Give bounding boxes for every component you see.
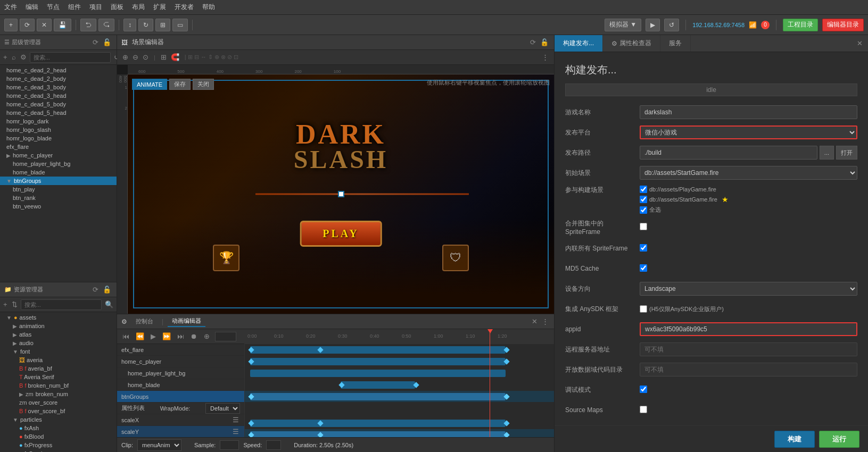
timeline-track-0[interactable] (245, 344, 554, 356)
redo-button[interactable]: ⮎ (98, 19, 114, 31)
anim-play-btn[interactable]: ⏮ (121, 332, 130, 341)
assets-add[interactable]: + (2, 300, 9, 309)
game-preview[interactable]: DARK SLASH 🏆 PLAY 🛡 (128, 74, 554, 314)
tree-item-head5[interactable]: home_c_dead_5_head (0, 108, 117, 117)
assets-over-score-bf[interactable]: B f over_score_bf (0, 407, 117, 415)
scaley-menu[interactable]: ☰ (232, 427, 240, 436)
clip-select[interactable]: menuAnim (137, 439, 181, 451)
new-button[interactable]: + (4, 19, 18, 31)
hierarchy-refresh[interactable]: ⟳ (92, 38, 100, 47)
scene-refresh[interactable]: ⟳ (529, 38, 537, 47)
assets-search-btn[interactable]: 🔍 (104, 300, 114, 309)
selection-handle[interactable] (338, 191, 344, 197)
device-dir-select[interactable]: Landscape (640, 282, 857, 296)
tree-item-btn-play[interactable]: btn_play (0, 185, 117, 194)
anim-end-btn[interactable]: ⏭ (176, 332, 185, 341)
sample-input[interactable]: 60 (220, 440, 239, 450)
assets-sort[interactable]: ⇅ (11, 300, 19, 309)
assets-fxash[interactable]: ● fxAsh (0, 424, 117, 432)
close-scene-btn[interactable]: 关闭 (193, 79, 214, 90)
preview-button[interactable]: 模拟器 ▼ (605, 19, 641, 31)
assets-audio[interactable]: ▶ audio (0, 339, 117, 347)
anim-timeline[interactable]: 0:00 0:10 0:20 0:30 0:40 0:50 1:00 1:10 … (245, 329, 554, 437)
translate-btn[interactable]: ↕ (123, 19, 136, 31)
assets-over-score[interactable]: zm over_score (0, 398, 117, 407)
tree-item-body3[interactable]: home_c_dead_3_body (0, 83, 117, 91)
scene-1-check[interactable] (640, 186, 647, 193)
anim-close[interactable]: ✕ (531, 317, 539, 326)
assets-averia[interactable]: 🖼 averia (0, 356, 117, 364)
assets-refresh[interactable]: ⟳ (92, 285, 100, 294)
scene-snap[interactable]: 🧲 (170, 53, 180, 62)
track-home-blade[interactable]: home_blade (117, 379, 244, 391)
tree-item-logo-dark[interactable]: homr_logo_dark (0, 117, 117, 125)
assets-fxprogress[interactable]: ● fxProgress (0, 441, 117, 449)
start-scene-select[interactable]: db://assets/StartGame.fire (640, 166, 857, 180)
save-scene-btn[interactable]: 保存 (169, 79, 191, 90)
anim-prev-btn[interactable]: ⏪ (135, 332, 145, 341)
track-scalex[interactable]: scaleX ☰ (117, 414, 244, 426)
tree-item-logo-slash[interactable]: homr_logo_slash (0, 125, 117, 134)
tree-item-btn-veewo[interactable]: btn_veewo (0, 202, 117, 211)
assets-broken-num-bf[interactable]: B f broken_num_bf (0, 381, 117, 390)
tree-item-btngroups[interactable]: ▼ btnGroups (0, 177, 117, 185)
timeline-track-5[interactable] (245, 403, 554, 417)
menu-item-extend[interactable]: 扩展 (153, 3, 166, 12)
scene-tool3[interactable]: ⊙ (142, 53, 150, 62)
scene-2-check[interactable] (640, 196, 647, 203)
data-dir-input[interactable] (640, 363, 857, 376)
track-light-bg[interactable]: home_player_light_bg (117, 367, 244, 379)
editor-dir-button[interactable]: 编辑器目录 (822, 19, 864, 31)
track-btngroups[interactable]: btnGroups (117, 391, 244, 403)
hierarchy-add[interactable]: + (2, 53, 9, 62)
tab-build[interactable]: 构建发布... (555, 35, 603, 52)
menu-item-node[interactable]: 节点 (47, 3, 60, 12)
anim-range-input[interactable]: 01-20 (215, 332, 236, 341)
assets-lock[interactable]: 🔓 (102, 285, 112, 294)
menu-item-file[interactable]: 文件 (4, 3, 17, 12)
scene-tool1[interactable]: ⊕ (121, 53, 129, 62)
track-property-list[interactable]: 属性列表 WrapMode: Default (117, 403, 244, 414)
assets-averia-serif[interactable]: T Averia Serif (0, 373, 117, 381)
hierarchy-search[interactable] (30, 52, 111, 63)
scene-2-star[interactable]: ★ (722, 195, 729, 204)
tree-item-body2[interactable]: home_c_dead_2_body (0, 74, 117, 83)
tree-item-head2[interactable]: home_c_dead_2_head (0, 66, 117, 74)
scalex-menu[interactable]: ☰ (232, 415, 240, 424)
rotate-btn[interactable]: ↻ (138, 19, 153, 31)
menu-item-edit[interactable]: 编辑 (26, 3, 38, 12)
tab-inspector[interactable]: ⚙ 属性检查器 (603, 35, 660, 52)
publish-path-input[interactable] (640, 146, 817, 160)
timeline-track-7[interactable] (245, 429, 554, 437)
assets-font[interactable]: ▼ font (0, 347, 117, 356)
scene-lock[interactable]: 🔓 (539, 38, 550, 47)
tab-service[interactable]: 服务 (660, 35, 691, 52)
timeline-track-1[interactable] (245, 356, 554, 367)
track-efx-flare[interactable]: efx_flare (117, 344, 244, 356)
anim-next-btn[interactable]: ⏩ (161, 332, 172, 341)
timeline-track-3[interactable] (245, 379, 554, 391)
assets-animation[interactable]: ▶ animation (0, 322, 117, 330)
project-dir-button[interactable]: 工程目录 (783, 19, 818, 31)
assets-fxsmoke[interactable]: ● fxSmoke (0, 449, 117, 452)
refresh-button[interactable]: ⟳ (20, 19, 35, 31)
platform-select[interactable]: 微信小游戏 (640, 125, 857, 139)
hierarchy-settings[interactable]: ⚙ (19, 53, 28, 62)
assets-broken-num[interactable]: ▶ zm broken_num (0, 390, 117, 398)
source-maps-check[interactable] (640, 406, 647, 413)
tree-item-logo-blade[interactable]: homr_logo_blade (0, 134, 117, 143)
menu-item-layout[interactable]: 布局 (132, 3, 145, 12)
assets-search[interactable] (21, 299, 102, 310)
anim-record-btn[interactable]: ⏺ (189, 332, 199, 341)
animate-btn[interactable]: ANIMATE (132, 79, 167, 90)
right-panel-close[interactable]: ✕ (856, 39, 864, 48)
assets-fxblood[interactable]: ● fxBlood (0, 432, 117, 441)
browse-btn[interactable]: ... (820, 146, 834, 160)
rect-btn[interactable]: ▭ (172, 19, 188, 31)
game-name-input[interactable] (640, 105, 857, 119)
tree-item-body5[interactable]: home_c_dead_5_body (0, 100, 117, 108)
reload-button[interactable]: ↺ (664, 19, 679, 31)
assets-particles[interactable]: ▼ particles (0, 415, 117, 424)
inline-sprites-check[interactable] (640, 244, 647, 252)
speed-input[interactable]: 1 (266, 440, 281, 450)
